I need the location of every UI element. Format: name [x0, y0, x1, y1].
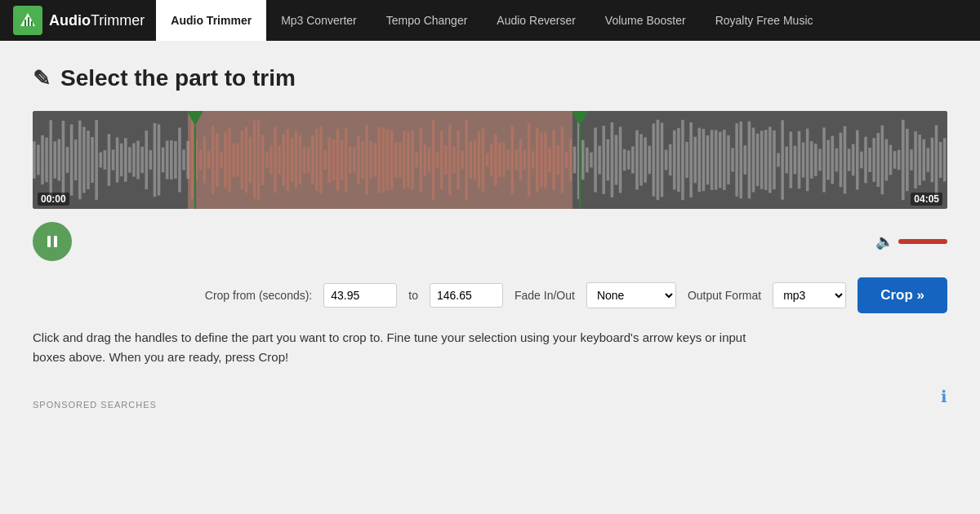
logo-icon	[13, 6, 42, 35]
playback-row: 🔈	[33, 222, 947, 261]
time-end-label: 04:05	[911, 193, 942, 206]
nav-item-royalty[interactable]: Royalty Free Music	[701, 0, 828, 41]
nav-links: Audio Trimmer Mp3 Converter Tempo Change…	[156, 0, 827, 41]
info-icon: ℹ	[941, 387, 947, 406]
nav-link-tempo[interactable]: Tempo Changer	[372, 0, 483, 41]
main-content: ✎ Select the part to trim 00:00 04:05	[16, 41, 964, 426]
fade-select[interactable]: None	[586, 282, 676, 308]
nav-item-reverser[interactable]: Audio Reverser	[482, 0, 590, 41]
edit-icon: ✎	[33, 66, 51, 91]
nav-item-audio-trimmer[interactable]: Audio Trimmer	[156, 0, 266, 41]
nav-link-mp3[interactable]: Mp3 Converter	[266, 0, 372, 41]
svg-rect-5	[54, 236, 57, 247]
handle-right-line	[579, 126, 581, 209]
crop-from-input[interactable]	[323, 283, 397, 308]
waveform-container[interactable]: 00:00 04:05	[33, 111, 947, 209]
trim-handle-right[interactable]	[572, 111, 587, 209]
fade-label: Fade In/Out	[514, 289, 575, 302]
svg-rect-3	[31, 21, 33, 26]
svg-rect-2	[28, 17, 29, 26]
handle-left-line	[194, 126, 196, 209]
crop-to-input[interactable]	[430, 283, 503, 308]
nav-item-tempo[interactable]: Tempo Changer	[372, 0, 483, 41]
logo-svg	[19, 11, 37, 29]
logo[interactable]: AudioTrimmer	[13, 6, 145, 35]
handle-left-arrow	[187, 111, 203, 126]
nav-item-volume[interactable]: Volume Booster	[590, 0, 701, 41]
footer-bar: SPONSORED SEARCHES ℹ	[33, 383, 947, 410]
format-label: Output Format	[688, 289, 761, 302]
nav-item-mp3[interactable]: Mp3 Converter	[266, 0, 372, 41]
play-pause-button[interactable]	[33, 222, 72, 261]
nav-link-volume[interactable]: Volume Booster	[590, 0, 701, 41]
crop-from-label: Crop from (seconds):	[205, 289, 312, 302]
nav-link-royalty[interactable]: Royalty Free Music	[701, 0, 828, 41]
sponsored-label: SPONSORED SEARCHES	[33, 400, 157, 410]
trim-handle-left[interactable]	[188, 111, 203, 209]
nav-link-audio-trimmer[interactable]: Audio Trimmer	[156, 0, 266, 41]
svg-rect-1	[24, 20, 26, 26]
crop-controls: Crop from (seconds): to Fade In/Out None…	[33, 277, 947, 313]
hint-text: Click and drag the handles to define the…	[33, 328, 768, 367]
page-title: ✎ Select the part to trim	[33, 65, 947, 91]
pause-icon	[45, 234, 60, 249]
crop-to-label: to	[408, 289, 418, 302]
waveform-canvas	[33, 111, 947, 209]
handle-right-arrow	[572, 111, 588, 126]
navbar: AudioTrimmer Audio Trimmer Mp3 Converter…	[0, 0, 980, 41]
crop-button[interactable]: Crop »	[858, 277, 947, 313]
volume-area: 🔈	[875, 233, 947, 250]
format-select[interactable]: mp3	[773, 282, 846, 308]
svg-rect-4	[47, 236, 51, 247]
time-start-label: 00:00	[38, 193, 69, 206]
nav-link-reverser[interactable]: Audio Reverser	[482, 0, 590, 41]
volume-icon: 🔈	[875, 233, 893, 250]
logo-text: AudioTrimmer	[49, 12, 145, 29]
volume-slider[interactable]	[898, 239, 947, 244]
